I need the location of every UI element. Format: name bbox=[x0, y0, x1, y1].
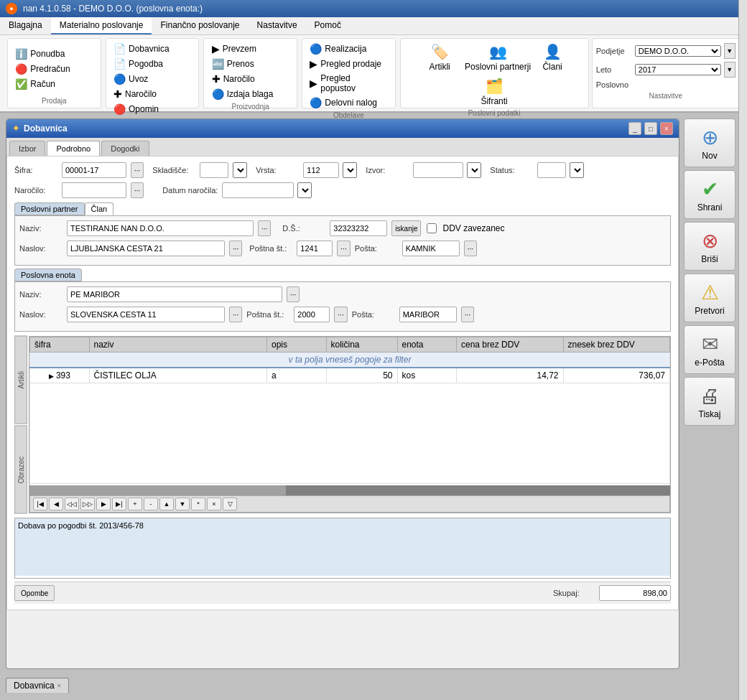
pe-naslov-browse-btn[interactable]: ··· bbox=[229, 307, 242, 322]
ribbon-btn-prenos[interactable]: 🔤 Prenos bbox=[208, 57, 294, 71]
pe-naslov-input[interactable] bbox=[67, 307, 225, 322]
tab-dogodki[interactable]: Dogodki bbox=[101, 141, 149, 156]
ribbon-btn-realizacija[interactable]: 🔵 Realizacija bbox=[305, 42, 391, 56]
ribbon-btn-dobavnica[interactable]: 📄 Dobavnica bbox=[109, 42, 195, 56]
pe-naziv-input[interactable] bbox=[67, 286, 282, 302]
ribbon-btn-predracun[interactable]: 🔴 Predračun bbox=[11, 62, 97, 76]
bottom-tab-dobavnica[interactable]: Dobavnica × bbox=[6, 678, 69, 693]
iskanje-btn[interactable]: iskanje bbox=[391, 220, 421, 236]
datum-narocila-input[interactable] bbox=[222, 182, 294, 198]
partner-tab-poslovni[interactable]: Poslovni partner bbox=[14, 202, 85, 215]
pe-postna-browse-btn[interactable]: ··· bbox=[334, 307, 347, 322]
ribbon-btn-delovni-nalog[interactable]: 🔵 Delovni nalog bbox=[305, 95, 391, 110]
narocilo-browse-btn[interactable]: ··· bbox=[131, 182, 144, 198]
ribbon-btn-racun[interactable]: ✅ Račun bbox=[11, 77, 97, 91]
bottom-tab-close[interactable]: × bbox=[57, 682, 61, 689]
ribbon-btn-izdaja[interactable]: 🔵 Izdaja blaga bbox=[208, 87, 294, 101]
pretvori-btn[interactable]: ⚠ Pretvori bbox=[684, 274, 736, 322]
ribbon-btn-pregled-prodaje[interactable]: ▶ Pregled prodaje bbox=[305, 57, 391, 71]
pe-postna-input[interactable] bbox=[294, 307, 330, 322]
menu-financno[interactable]: Finančno poslovanje bbox=[152, 17, 248, 34]
asterisk-btn[interactable]: * bbox=[191, 498, 205, 510]
vrsta-select[interactable]: ▼ bbox=[343, 162, 357, 178]
ribbon-btn-clani[interactable]: 👤 Člani bbox=[538, 42, 567, 73]
menu-materialno[interactable]: Materialno poslovanje bbox=[51, 17, 152, 34]
postna-browse-btn[interactable]: ··· bbox=[337, 241, 350, 256]
h-scrollbar[interactable] bbox=[29, 485, 670, 495]
down-btn[interactable]: ▼ bbox=[175, 498, 190, 510]
izvor-input[interactable] bbox=[413, 162, 463, 178]
up-btn[interactable]: ▲ bbox=[159, 498, 174, 510]
ddv-checkbox[interactable] bbox=[427, 223, 437, 233]
tiskaj-btn[interactable]: 🖨 Tiskaj bbox=[684, 377, 736, 426]
menu-blagajna[interactable]: Blagajna bbox=[0, 17, 51, 34]
naslov-input[interactable] bbox=[67, 241, 225, 256]
ribbon-btn-artikli[interactable]: 🏷️ Artikli bbox=[422, 42, 458, 73]
maximize-button[interactable]: □ bbox=[644, 122, 657, 135]
naziv-input[interactable] bbox=[67, 220, 254, 236]
last-btn[interactable]: ▶| bbox=[112, 498, 126, 510]
next-page-btn[interactable]: ▷▷ bbox=[80, 498, 95, 510]
tab-izbor[interactable]: Izbor bbox=[9, 141, 45, 156]
eposta-btn[interactable]: ✉ e-Pošta bbox=[684, 325, 736, 374]
narocilo-input[interactable] bbox=[62, 182, 126, 198]
postna-input[interactable] bbox=[297, 241, 333, 256]
pe-posta-input[interactable] bbox=[399, 307, 457, 322]
cell-cena: 14,72 bbox=[457, 368, 564, 383]
ds-input[interactable] bbox=[330, 220, 387, 236]
pe-tab[interactable]: Poslovna enota bbox=[14, 269, 82, 281]
opombe-btn[interactable]: Opombe bbox=[14, 585, 55, 601]
sifra-input[interactable] bbox=[62, 162, 126, 178]
prev-page-btn[interactable]: ◁◁ bbox=[65, 498, 79, 510]
ribbon-btn-uvoz[interactable]: 🔵 Uvoz bbox=[109, 72, 195, 86]
posta-input[interactable] bbox=[402, 241, 460, 256]
podjetje-dropdown-btn[interactable]: ▼ bbox=[724, 43, 736, 59]
status-select[interactable]: ▼ bbox=[570, 162, 584, 178]
ribbon-btn-ponudba[interactable]: ℹ️ Ponudba bbox=[11, 47, 97, 61]
ribbon-btn-sifranti[interactable]: 🗂️ Šifranti bbox=[476, 76, 512, 108]
podjetje-select[interactable]: DEMO D.O.O. bbox=[635, 45, 721, 57]
prev-btn[interactable]: ◀ bbox=[49, 498, 63, 510]
skladisce-input[interactable] bbox=[200, 162, 228, 178]
side-tab-obrazec[interactable]: Obrazec bbox=[14, 426, 27, 514]
naslov-browse-btn[interactable]: ··· bbox=[229, 241, 242, 256]
first-btn[interactable]: |◀ bbox=[33, 498, 47, 510]
menu-nastavitve[interactable]: Nastavitve bbox=[249, 17, 306, 34]
status-input[interactable] bbox=[537, 162, 566, 178]
leto-dropdown-btn[interactable]: ▼ bbox=[724, 62, 736, 78]
ribbon-btn-poslovni-partnerji[interactable]: 👥 Poslovni partnerji bbox=[460, 42, 535, 73]
ribbon-btn-narocilo[interactable]: ✚ Naročilo bbox=[109, 87, 195, 101]
table-row[interactable]: ▶ 393 ČISTILEC OLJA a 50 kos 14,72 736,0… bbox=[30, 368, 670, 383]
minimize-button[interactable]: _ bbox=[628, 122, 641, 135]
menu-pomoc[interactable]: Pomoč bbox=[306, 17, 350, 34]
filter-btn[interactable]: ▽ bbox=[223, 498, 237, 510]
pe-naziv-browse-btn[interactable]: ··· bbox=[287, 286, 300, 302]
leto-select[interactable]: 2017 bbox=[635, 64, 721, 75]
pe-posta-browse-btn[interactable]: ··· bbox=[461, 307, 474, 322]
side-tab-artikli[interactable]: Artikli bbox=[14, 336, 27, 424]
ribbon-btn-narocilo-prod[interactable]: ✚ Naročilo bbox=[208, 72, 294, 86]
tab-podrobno[interactable]: Podrobno bbox=[47, 141, 100, 156]
cell-expand[interactable]: ▶ 393 bbox=[30, 368, 90, 383]
shrani-btn[interactable]: ✔ Shrani bbox=[684, 170, 736, 219]
x-btn[interactable]: × bbox=[207, 498, 221, 510]
ribbon-btn-opomin[interactable]: 🔴 Opomin bbox=[109, 102, 195, 116]
datum-select[interactable]: ▼ bbox=[297, 182, 312, 198]
next-btn[interactable]: ▶ bbox=[96, 498, 111, 510]
minus-btn[interactable]: - bbox=[144, 498, 158, 510]
partner-tab-clan[interactable]: Član bbox=[85, 202, 114, 215]
close-button[interactable]: × bbox=[660, 122, 673, 135]
izvor-select[interactable]: ▼ bbox=[467, 162, 481, 178]
posta-browse-btn[interactable]: ··· bbox=[464, 241, 477, 256]
nov-btn[interactable]: ⊕ Nov bbox=[684, 118, 736, 167]
ribbon-btn-pogodba[interactable]: 📄 Pogodba bbox=[109, 57, 195, 71]
vrsta-input[interactable] bbox=[303, 162, 339, 178]
brisi-btn[interactable]: ⊗ Briši bbox=[684, 222, 736, 271]
notes-textarea[interactable]: Dobava po pogodbi št. 2013/456-78 bbox=[15, 518, 670, 576]
add-row-btn[interactable]: + bbox=[128, 498, 142, 510]
ribbon-btn-pregled-popustov[interactable]: ▶ Pregled popustov bbox=[305, 72, 391, 95]
naziv-browse-btn[interactable]: ··· bbox=[258, 220, 271, 236]
sifra-browse-btn[interactable]: ··· bbox=[131, 162, 144, 178]
skladisce-select[interactable]: ▼ bbox=[233, 162, 247, 178]
ribbon-btn-prevzem[interactable]: ▶ Prevzem bbox=[208, 42, 294, 56]
